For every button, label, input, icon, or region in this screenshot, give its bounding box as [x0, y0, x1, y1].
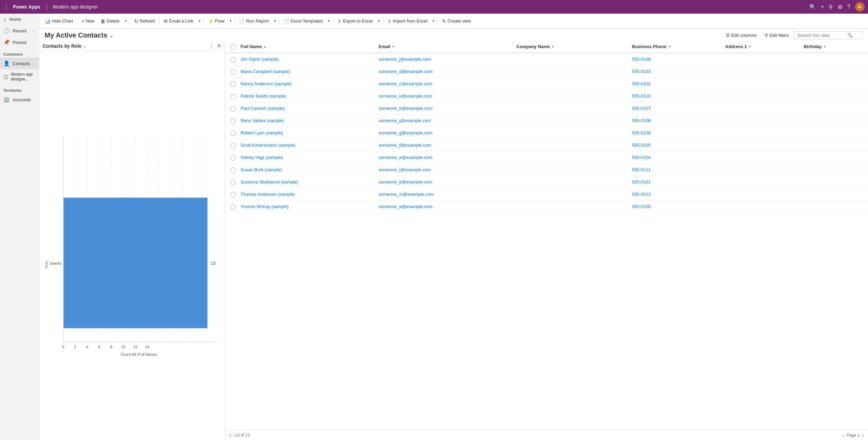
table-row[interactable]: ◯ Sidney Higa (sample) someone_e@example… [225, 151, 868, 164]
grid-menu-icon[interactable]: ⋮ [3, 4, 9, 10]
row-check[interactable]: ◯ [228, 78, 239, 90]
col-phone-header[interactable]: Business Phone ▼ [630, 41, 724, 52]
prev-page-button[interactable]: ‹ [842, 432, 844, 438]
edit-columns-button[interactable]: ☰ Edit columns [723, 31, 759, 39]
row-check[interactable]: ◯ [228, 90, 239, 102]
cell-full-name[interactable]: Robert Lyon (sample) [239, 129, 377, 137]
cell-email[interactable]: someone_j@example.com [377, 55, 515, 63]
email-link-button[interactable]: ✉ Email a Link [161, 17, 196, 25]
table-row[interactable]: ◯ Maria Campbell (sample) someone_d@exam… [225, 65, 868, 78]
cell-email[interactable]: someone_j@example.com [377, 117, 515, 124]
table-row[interactable]: ◯ Susanna Stubberod (sample) someone_b@e… [225, 176, 868, 188]
table-row[interactable]: ◯ Robert Lyon (sample) someone_g@example… [225, 127, 868, 139]
sidebar-item-home[interactable]: ⌂ Home [0, 14, 39, 25]
row-check[interactable]: ◯ [228, 53, 239, 65]
cell-email[interactable]: someone_g@example.com [377, 129, 515, 137]
col-full-name-header[interactable]: Full Name ▲ [239, 41, 377, 52]
sidebar-item-contacts[interactable]: 👤 Contacts [0, 58, 39, 69]
row-check[interactable]: ◯ [228, 188, 239, 200]
cell-email[interactable]: someone_c@example.com [377, 80, 515, 88]
sidebar-item-recent[interactable]: 🕐 Recent ⌄ [0, 25, 39, 36]
cell-email[interactable]: someone_k@example.com [377, 92, 515, 100]
flow-dropdown[interactable]: ▼ [228, 18, 233, 24]
row-check[interactable]: ◯ [228, 139, 239, 151]
cell-email[interactable]: someone_m@example.com [377, 190, 515, 198]
email-dropdown[interactable]: ▼ [197, 18, 202, 24]
next-page-button[interactable]: › [862, 432, 864, 438]
cell-full-name[interactable]: Susanna Stubberod (sample) [239, 178, 377, 186]
cell-email[interactable]: someone_d@example.com [377, 68, 515, 75]
cell-full-name[interactable]: Maria Campbell (sample) [239, 68, 377, 75]
delete-button[interactable]: 🗑 Delete [98, 17, 122, 25]
cell-full-name[interactable]: Scott Konersmann (sample) [239, 141, 377, 149]
cell-email[interactable]: someone_l@example.com [377, 166, 515, 174]
cell-full-name[interactable]: Patrick Sands (sample) [239, 92, 377, 100]
cell-full-name[interactable]: Sidney Higa (sample) [239, 153, 377, 161]
chart-close-icon[interactable]: ✕ [217, 43, 221, 49]
chart-title-row[interactable]: Contacts by Role ⌄ [43, 43, 86, 49]
chart-bar[interactable] [63, 197, 207, 328]
row-check[interactable]: ◯ [228, 151, 239, 163]
row-check[interactable]: ◯ [228, 65, 239, 77]
row-check[interactable]: ◯ [228, 127, 239, 139]
edit-filters-button[interactable]: ⚲ Edit filters [762, 31, 792, 39]
table-row[interactable]: ◯ Patrick Sands (sample) someone_k@examp… [225, 90, 868, 102]
add-icon[interactable]: + [821, 4, 824, 10]
cell-email[interactable]: someone_h@example.com [377, 104, 515, 112]
import-dropdown[interactable]: ▼ [431, 18, 436, 24]
cell-full-name[interactable]: Jim Glynn (sample) [239, 55, 377, 63]
settings-icon[interactable]: ⚙ [838, 4, 842, 10]
hide-chart-button[interactable]: 📊 Hide Chart [42, 17, 76, 25]
table-row[interactable]: ◯ Yvonne McKay (sample) someone_a@exampl… [225, 201, 868, 213]
row-check[interactable]: ◯ [228, 201, 239, 212]
delete-dropdown[interactable]: ▼ [123, 18, 128, 24]
import-excel-button[interactable]: ⇩ Import from Excel [385, 17, 430, 25]
table-row[interactable]: ◯ Scott Konersmann (sample) someone_f@ex… [225, 139, 868, 151]
cell-full-name[interactable]: Susan Burk (sample) [239, 166, 377, 174]
cell-full-name[interactable]: Thomas Andersen (sample) [239, 190, 377, 198]
report-dropdown[interactable]: ▼ [272, 18, 278, 24]
col-address-header[interactable]: Address 1 ▼ [723, 41, 802, 52]
search-box[interactable]: 🔍 [794, 31, 863, 39]
col-email-header[interactable]: Email ▼ [377, 41, 515, 52]
col-check-all[interactable]: ◯ [228, 41, 239, 53]
row-check[interactable]: ◯ [228, 115, 239, 127]
cell-full-name[interactable]: Paul Cannon (sample) [239, 104, 377, 112]
new-button[interactable]: + New [79, 17, 97, 25]
sidebar-item-accounts[interactable]: 🏢 Accounts [0, 94, 39, 105]
create-view-button[interactable]: ✎ Create view [439, 17, 474, 25]
cell-email[interactable]: someone_a@example.com [377, 203, 515, 210]
col-company-header[interactable]: Company Name ▼ [514, 41, 630, 52]
cell-full-name[interactable]: Rene Valdes (sample) [239, 117, 377, 124]
flow-button[interactable]: ⚡ Flow [205, 17, 227, 25]
table-row[interactable]: ◯ Rene Valdes (sample) someone_j@example… [225, 115, 868, 127]
row-check[interactable]: ◯ [228, 176, 239, 188]
row-check[interactable]: ◯ [228, 102, 239, 114]
table-row[interactable]: ◯ Nancy Anderson (sample) someone_c@exam… [225, 78, 868, 90]
col-birthday-header[interactable]: Birthday ▼ [802, 41, 865, 52]
cell-email[interactable]: someone_e@example.com [377, 153, 515, 161]
help-icon[interactable]: ? [847, 4, 850, 10]
table-row[interactable]: ◯ Thomas Andersen (sample) someone_m@exa… [225, 188, 868, 201]
run-report-button[interactable]: 📄 Run Report [236, 17, 271, 25]
table-row[interactable]: ◯ Susan Burk (sample) someone_l@example.… [225, 164, 868, 176]
cell-full-name[interactable]: Nancy Anderson (sample) [239, 80, 377, 88]
search-input[interactable] [797, 33, 845, 38]
export-excel-button[interactable]: ⇧ Export to Excel [335, 17, 375, 25]
row-check[interactable]: ◯ [228, 164, 239, 176]
search-icon[interactable]: 🔍 [809, 4, 816, 10]
refresh-button[interactable]: ↻ Refresh [132, 17, 158, 25]
sidebar-item-modern-app-designer[interactable]: ◫ Modern app designe... [0, 69, 39, 84]
chart-more-icon[interactable]: ⋮ [209, 43, 214, 49]
excel-templates-button[interactable]: 📄 Excel Templates [281, 17, 325, 25]
avatar[interactable]: JL [855, 2, 865, 12]
export-dropdown[interactable]: ▼ [376, 18, 382, 24]
cell-full-name[interactable]: Yvonne McKay (sample) [239, 203, 377, 210]
cell-email[interactable]: someone_f@example.com [377, 141, 515, 149]
view-title[interactable]: My Active Contacts ⌄ [45, 31, 113, 39]
table-row[interactable]: ◯ Jim Glynn (sample) someone_j@example.c… [225, 53, 868, 65]
cell-email[interactable]: someone_b@example.com [377, 178, 515, 186]
filter-icon[interactable]: ⚲ [829, 4, 833, 10]
table-row[interactable]: ◯ Paul Cannon (sample) someone_h@example… [225, 102, 868, 115]
excel-templates-dropdown[interactable]: ▼ [326, 18, 332, 24]
